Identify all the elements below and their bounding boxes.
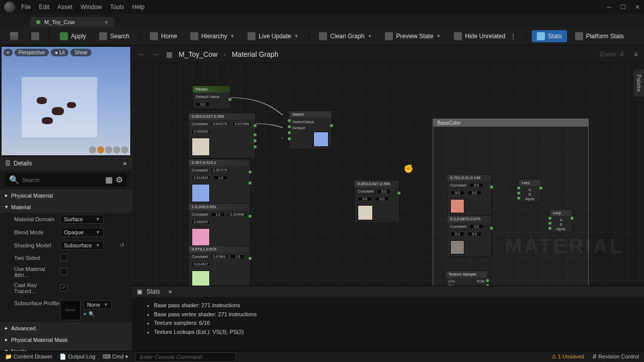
two-sided-checkbox[interactable] [60,254,67,261]
graph-menu-icon[interactable]: ≡ [634,50,638,58]
preview-state-icon [385,32,393,40]
details-close-icon[interactable]: ✕ [123,161,127,166]
revision-control-button[interactable]: ⇵ Revision Control [592,353,639,360]
home-button[interactable]: Home [145,30,182,42]
platform-stats-button[interactable]: Platform Stats [570,30,629,42]
hierarchy-button[interactable]: Hierarchy▼ [185,30,239,42]
stats-icon [537,32,545,40]
category-physical-material[interactable]: ▸Physical Material [0,190,132,201]
graph-home-icon[interactable]: ▦ [166,50,173,58]
gear-icon[interactable]: ⚙ [116,175,123,185]
minimize-icon[interactable]: ─ [607,4,611,11]
apply-button[interactable]: Apply [55,30,91,42]
output-log-button[interactable]: 📄 Output Log [59,353,96,360]
menu-asset[interactable]: Asset [57,4,72,11]
cmd-button[interactable]: ⌨ Cmd ▾ [103,353,128,360]
live-update-button[interactable]: Live Update▼ [243,30,303,42]
browse-asset-icon[interactable]: 🔍 [89,311,95,317]
more-icon[interactable]: ⋮ [510,33,516,40]
home-icon [150,32,158,40]
breadcrumb-graph[interactable]: Material Graph [232,50,279,58]
node-param[interactable]: Param Default Value0.0 [192,85,230,109]
node-constant-1[interactable]: 0.653,0.627,0.566 Constant 0.6533760.627… [188,113,256,158]
breadcrumb-asset[interactable]: M_Toy_Cow [179,50,217,58]
preview-viewport[interactable]: ≡ Perspective ● Lit Show [1,46,131,156]
stats-close-icon[interactable]: ✕ [168,289,172,295]
material-graph-canvas[interactable]: Param Default Value0.0 0.653,0.627,0.566… [132,63,644,286]
subsurface-dropdown[interactable]: None▼ [84,300,112,309]
shape-cube-icon[interactable] [113,146,120,153]
shape-mesh-icon[interactable] [121,146,128,153]
zoom-label: Zoom -4 [599,50,623,58]
preview-state-button[interactable]: Preview State▼ [380,30,446,42]
pin-r[interactable] [486,284,489,286]
details-search[interactable]: 🔍 ▦ ⚙ [5,173,127,187]
maximize-icon[interactable]: ☐ [620,4,626,11]
node-constant-gray[interactable]: 0.1,0.0872,0.075 Constant 0.00.00.0 [447,215,492,257]
save-button[interactable] [5,30,23,42]
search-button[interactable]: Search [94,30,134,42]
node-constant-red[interactable]: 0.721,0.21,0.148 Constant 0.00.00.0 [447,174,492,216]
console-input[interactable]: Enter Console Command [135,352,236,361]
menu-edit[interactable]: Edit [39,4,49,11]
node-lerp-1[interactable]: Lerp ABAlpha [518,179,541,203]
blend-mode-dropdown[interactable]: Opaque▼ [60,228,104,237]
category-nanite[interactable]: ▾Nanite [0,345,132,351]
unsaved-button[interactable]: ⚠ 1 Unsaved [551,353,585,360]
node-texture-sample[interactable]: Texture Sample UVsRGB Tex Apply View Mip… [445,270,488,286]
swatch-icon [313,132,329,147]
tab-label: M_Toy_Cow [44,19,75,25]
shape-cylinder-icon[interactable] [89,146,96,153]
node-constant-3[interactable]: 1.0,395,0.591 Constant 1.00.3949060.5906… [188,203,251,249]
nav-back-icon[interactable]: ← [138,50,146,59]
details-search-input[interactable] [22,177,102,183]
browse-button[interactable] [26,30,44,42]
category-physical-material-mask[interactable]: ▸Physical Material Mask [0,334,132,345]
reset-icon[interactable]: ↺ [120,242,127,249]
node-constant-2[interactable]: 0.357,0.515,1 Constant 0.3572790.5149431… [188,159,251,205]
stats-title: Stats [146,288,160,295]
menu-window[interactable]: Window [80,4,102,11]
filter-icon[interactable]: ▦ [105,175,113,185]
content-drawer-button[interactable]: 📁 Content Drawer [5,353,52,360]
viewport-lit-button[interactable]: ● Lit [51,49,68,56]
palette-tab[interactable]: Palette [634,69,644,97]
clean-graph-button[interactable]: Clean Graph▼ [314,30,377,42]
shape-sphere-icon[interactable] [97,146,104,153]
node-switch[interactable]: Switch SwitchValue Default [289,111,332,149]
viewport-menu-icon[interactable]: ≡ [4,49,13,56]
swatch-icon [192,270,210,286]
menu-help[interactable]: Help [132,4,145,11]
chevron-down-icon: ▼ [367,34,372,39]
menu-tools[interactable]: Tools [110,4,124,11]
node-constant-4[interactable]: 0.679,1,0.615 Constant 0.678661.00.61481… [188,245,251,286]
search-icon: 🔍 [9,175,19,185]
viewport-show-button[interactable]: Show [70,49,91,56]
chevron-down-icon: ▾ [5,204,8,210]
save-icon [10,32,18,40]
category-material[interactable]: ▾Material [0,201,132,213]
cast-ray-checkbox[interactable] [60,285,67,292]
nav-forward-icon[interactable]: → [152,50,160,59]
use-icon[interactable]: ⌖ [84,311,87,317]
menu-file[interactable]: File [21,4,31,11]
shading-model-dropdown[interactable]: Subsurface▼ [60,241,104,250]
shape-plane-icon[interactable] [105,146,112,153]
chevron-right-icon: ▸ [5,192,8,199]
stats-button[interactable]: Stats [532,30,567,42]
category-advanced[interactable]: ▸Advanced [0,322,132,334]
use-attr-checkbox[interactable] [60,268,67,275]
material-domain-dropdown[interactable]: Surface▼ [60,215,104,224]
close-icon[interactable]: ✕ [635,4,640,11]
tab-close-icon[interactable]: ✕ [104,20,108,25]
asset-tab[interactable]: M_Toy_Cow ✕ [30,17,114,27]
viewport-perspective-button[interactable]: Perspective [15,49,49,56]
stats-icon: ▣ [137,288,142,295]
search-icon [99,32,107,40]
subsurface-thumb[interactable]: None [60,300,80,320]
label-blend-mode: Blend Mode [14,229,60,235]
platform-stats-icon [575,32,583,40]
node-constant-5[interactable]: 0.653,0.627,0.566 Constant 0.00.00.0 [354,180,399,223]
hide-unrelated-button[interactable]: Hide Unrelated⋮ [449,30,521,42]
node-lerp-2[interactable]: Lerp ABAlpha [549,209,573,233]
